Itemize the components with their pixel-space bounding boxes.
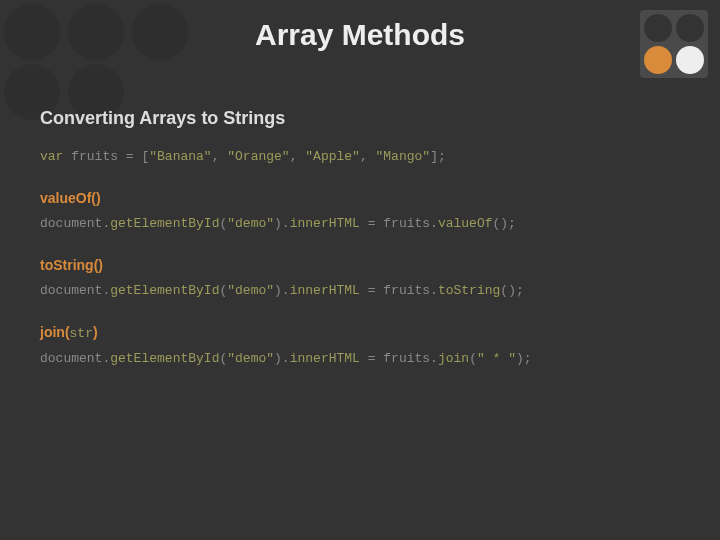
method-join: join(str) document.getElementById("demo"…	[40, 324, 680, 366]
page-title: Array Methods	[0, 18, 720, 52]
code-join: document.getElementById("demo").innerHTM…	[40, 351, 680, 366]
method-valueof: valueOf() document.getElementById("demo"…	[40, 190, 680, 231]
code-tostring: document.getElementById("demo").innerHTM…	[40, 283, 680, 298]
code-declaration: var fruits = ["Banana", "Orange", "Apple…	[40, 149, 680, 164]
method-tostring: toString() document.getElementById("demo…	[40, 257, 680, 298]
content: Converting Arrays to Strings var fruits …	[40, 108, 680, 392]
method-title-join: join(str)	[40, 324, 680, 341]
code-valueof: document.getElementById("demo").innerHTM…	[40, 216, 680, 231]
method-title-valueof: valueOf()	[40, 190, 680, 206]
section-heading: Converting Arrays to Strings	[40, 108, 680, 129]
method-title-tostring: toString()	[40, 257, 680, 273]
